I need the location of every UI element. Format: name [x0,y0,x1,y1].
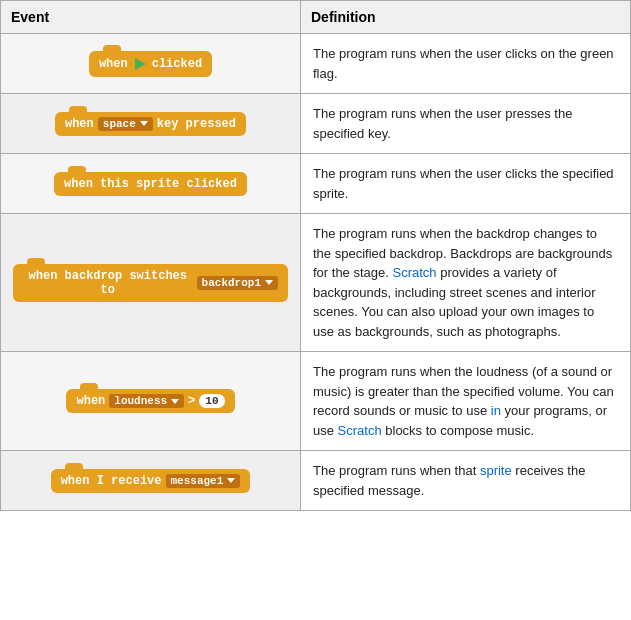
scratch-block-loudness: when loudness > 10 [66,389,234,413]
dropdown-arrow-icon-2 [265,280,273,285]
table-row: when I receive message1 The program runs… [1,451,631,511]
definition-cell-backdrop: The program runs when the backdrop chang… [301,214,631,352]
block-text-when3: when [76,394,105,408]
block-text-sprite-clicked: when this sprite clicked [64,177,237,191]
dropdown-arrow-icon-3 [171,399,179,404]
scratch-block-backdrop: when backdrop switches to backdrop1 [13,264,288,302]
backdrop-dropdown: backdrop1 [197,276,278,290]
svg-marker-0 [135,58,146,70]
definition-text-loudness-in: in [491,403,501,418]
scratch-block-sprite-clicked: when this sprite clicked [54,172,247,196]
scratch-block-receive: when I receive message1 [51,469,251,493]
dropdown-arrow-icon [140,121,148,126]
event-cell-backdrop: when backdrop switches to backdrop1 [1,214,301,352]
table-row: when this sprite clicked The program run… [1,154,631,214]
key-dropdown: space [98,117,153,131]
definition-column-header: Definition [301,1,631,34]
event-cell-key-pressed: when space key pressed [1,94,301,154]
definition-text-loudness-scratch: Scratch [338,423,382,438]
definition-text-green-flag: The program runs when the user clicks on… [313,46,614,81]
definition-text-loudness-3: blocks to compose music. [382,423,534,438]
event-cell-sprite-clicked: when this sprite clicked [1,154,301,214]
table-row: when backdrop switches to backdrop1 The … [1,214,631,352]
block-text-clicked: clicked [152,57,202,71]
definition-text-receive-1: The program runs when that [313,463,480,478]
block-text-backdrop: when backdrop switches to [23,269,193,297]
table-row: when clicked The program runs when the u… [1,34,631,94]
block-text-when2: when [65,117,94,131]
loudness-value: 10 [199,394,224,408]
definition-cell-receive: The program runs when that sprite receiv… [301,451,631,511]
event-column-header: Event [1,1,301,34]
block-text-when: when [99,57,128,71]
block-text-key-pressed: key pressed [157,117,236,131]
loudness-dropdown: loudness [109,394,184,408]
event-cell-receive: when I receive message1 [1,451,301,511]
definition-text-backdrop-scratch: Scratch [393,265,437,280]
scratch-block-key-pressed: when space key pressed [55,112,246,136]
green-flag-icon [132,56,148,72]
definition-cell-key-pressed: The program runs when the user presses t… [301,94,631,154]
definition-text-key-pressed: The program runs when the user presses t… [313,106,572,141]
definition-cell-loudness: The program runs when the loudness (of a… [301,352,631,451]
dropdown-arrow-icon-4 [227,478,235,483]
scratch-block-green-flag: when clicked [89,51,212,77]
block-text-receive: when I receive [61,474,162,488]
definition-text-sprite-clicked: The program runs when the user clicks th… [313,166,614,201]
definition-text-receive-sprite: sprite [480,463,512,478]
message-dropdown: message1 [166,474,241,488]
table-row: when loudness > 10 The program runs when… [1,352,631,451]
definition-cell-sprite-clicked: The program runs when the user clicks th… [301,154,631,214]
block-text-gt: > [188,394,195,408]
definition-cell-green-flag: The program runs when the user clicks on… [301,34,631,94]
table-row: when space key pressed The program runs … [1,94,631,154]
event-cell-green-flag: when clicked [1,34,301,94]
event-cell-loudness: when loudness > 10 [1,352,301,451]
